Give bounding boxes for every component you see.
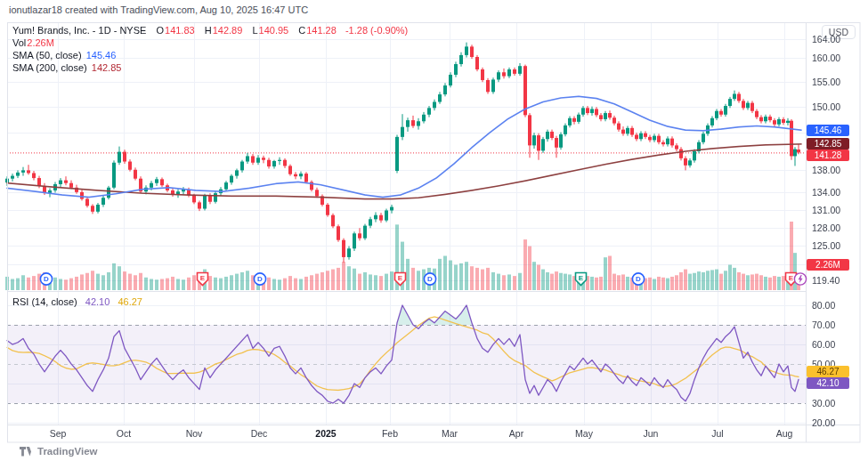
rsi-tick-label: 80.00 [812,300,835,311]
price-tick-label: 125.00 [812,240,840,251]
earnings-marker[interactable]: E [574,271,588,287]
price-tick-label: 160.00 [812,53,840,63]
earnings-marker[interactable]: E [196,271,210,287]
time-tick-mar: Mar [442,428,458,439]
rsi-tick-label: 70.00 [812,319,835,330]
sma50-row[interactable]: SMA (50, close)145.46 [12,49,408,61]
high-label: H [205,25,212,36]
sma200-label: SMA (200, close) [12,62,87,73]
time-tick-sep: Sep [50,428,67,439]
tradingview-icon [20,447,33,457]
symbol-title: Yum! Brands, Inc. - 1D - NYSE [12,25,146,36]
axis-value-badge: 42.10 [807,377,849,389]
price-tick-label: 155.00 [812,77,840,87]
open-label: O [156,25,164,36]
low-label: L [252,25,257,36]
time-tick-feb: Feb [382,428,398,439]
price-pane-legend: Yum! Brands, Inc. - 1D - NYSE O141.83 H1… [12,24,408,74]
symbol-row[interactable]: Yum! Brands, Inc. - 1D - NYSE O141.83 H1… [12,24,408,36]
dividend-marker[interactable]: D [253,271,267,287]
close-label: C [298,25,305,36]
open-value: 141.83 [165,25,195,36]
time-tick-nov: Nov [186,428,203,439]
price-axis[interactable]: USD 164.00160.00155.00150.00138.00134.00… [806,22,861,425]
dividend-marker[interactable]: D [39,271,53,287]
time-tick-apr: Apr [509,428,523,439]
time-tick-may: May [575,428,593,439]
rsi-value: 42.10 [85,296,110,307]
axis-value-badge: 46.27 [807,366,849,377]
svg-text:D: D [427,275,433,283]
svg-text:D: D [257,275,263,283]
volume-value: 2.26M [27,37,54,48]
svg-text:E: E [398,274,403,282]
time-tick-2025: 2025 [315,428,336,439]
rsi-tick-label: 30.00 [812,398,835,408]
svg-text:D: D [44,275,49,283]
svg-text:E: E [200,274,206,282]
svg-text:E: E [579,274,584,282]
volume-label: Vol [12,37,26,48]
time-tick-dec: Dec [251,428,268,439]
svg-text:D: D [636,275,641,283]
time-tick-aug: Aug [776,428,793,439]
rsi-tick-label: 20.00 [812,417,835,428]
lightning-marker[interactable] [793,271,807,287]
price-tick-label: 164.00 [812,34,840,44]
change-value: -1.28 (-0.90%) [345,25,408,36]
axis-value-badge: 142.85 [807,138,849,150]
dividend-marker[interactable]: D [423,271,437,287]
axis-value-badge: 141.28 [807,150,849,161]
earnings-marker[interactable]: E [393,271,408,287]
rsi-label: RSI (14, close) [12,296,77,307]
price-tick-label: 134.00 [812,187,840,198]
rsi-tick-label: 60.00 [812,339,835,350]
close-value: 141.28 [306,25,337,36]
volume-row[interactable]: Vol2.26M [12,36,408,49]
tradingview-brand-text: TradingView [37,446,98,457]
price-tick-label: 131.00 [812,205,840,215]
rsi-ma-value: 46.27 [118,296,142,307]
dividend-marker[interactable]: D [631,271,645,287]
price-tick-label: 128.00 [812,222,840,233]
price-tick-label: 138.00 [812,165,840,175]
price-tick-label: 119.40 [812,275,840,286]
time-tick-jun: Jun [644,428,659,439]
sma50-label: SMA (50, close) [12,50,82,61]
high-value: 142.89 [213,25,243,36]
low-value: 140.95 [259,25,289,36]
axis-value-badge: 2.26M [807,259,849,271]
time-tick-oct: Oct [117,428,131,439]
axis-value-badge: 145.46 [807,125,849,136]
rsi-legend-row[interactable]: RSI (14, close) 42.10 46.27 [12,296,142,307]
sma50-value: 145.46 [86,50,117,61]
time-tick-jul: Jul [711,428,723,439]
sma200-value: 142.85 [92,62,122,73]
sma200-row[interactable]: SMA (200, close)142.85 [12,61,408,74]
price-tick-label: 150.00 [812,101,840,112]
time-axis[interactable]: SepOctNovDec2025FebMarAprMayJunJulAug [7,425,806,442]
tradingview-logo[interactable]: TradingView [20,446,98,457]
tradingview-snapshot: ionutlazar18 created with TradingView.co… [0,0,868,461]
